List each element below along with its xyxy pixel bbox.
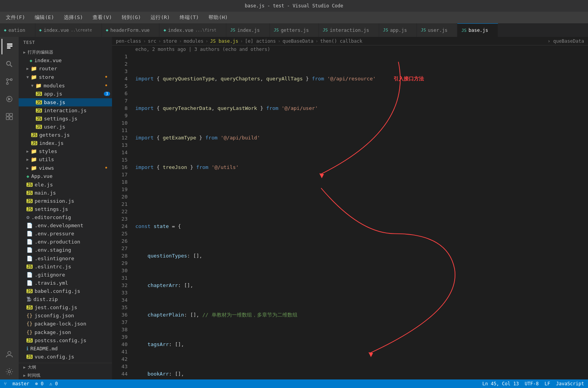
json-icon: {} bbox=[26, 313, 33, 318]
code-line-11: bookArr: [], bbox=[135, 370, 584, 378]
menu-select[interactable]: 选择(S) bbox=[62, 13, 85, 22]
sidebar-item-package-json[interactable]: {} package.json bbox=[19, 328, 112, 336]
tab-index-vue-create[interactable]: ◆ index.vue ..\create × bbox=[35, 23, 102, 37]
tab-header-form[interactable]: ◆ headerForm.vue × bbox=[102, 23, 159, 37]
sidebar-item-env-dev[interactable]: 📄 .env.development bbox=[19, 221, 112, 230]
code-line-5 bbox=[135, 193, 584, 200]
sidebar-item-jest[interactable]: JS jest.config.js bbox=[19, 303, 112, 311]
breadcrumb-pen-class[interactable]: pen-class bbox=[116, 38, 141, 44]
sidebar-item-views[interactable]: ▶ 📁 views • bbox=[19, 164, 112, 172]
breadcrumb-then[interactable]: then() callback bbox=[320, 38, 362, 44]
sidebar-item-env-staging[interactable]: 📄 .env.staging bbox=[19, 246, 112, 254]
sidebar-item-eslintrc[interactable]: JS .eslintrc.js bbox=[19, 263, 112, 271]
sidebar-item-env-pressure[interactable]: 📄 .env.pressure bbox=[19, 230, 112, 238]
activity-settings[interactable] bbox=[2, 364, 17, 379]
folder-icon: 📁 bbox=[31, 165, 37, 171]
sidebar-item-readme[interactable]: ℹ README.md bbox=[19, 345, 112, 353]
menu-terminal[interactable]: 终端(T) bbox=[178, 13, 201, 22]
sidebar-item-permission-js[interactable]: JS permission.js bbox=[19, 197, 112, 205]
sidebar-item-store[interactable]: ▼ 📁 store • bbox=[19, 73, 112, 81]
breadcrumb-src[interactable]: src bbox=[148, 38, 156, 44]
sidebar-section-outline[interactable]: ▶ 大纲 bbox=[19, 363, 112, 371]
tab-getters-js[interactable]: JS getters.js × bbox=[270, 23, 319, 37]
status-bar: ⑂ master ⊗ 0 ⚠ 0 Ln 45, Col 13 UTF-8 LF … bbox=[0, 379, 588, 388]
tab-eation[interactable]: ◆ eation × bbox=[0, 23, 35, 37]
sidebar-item-main-js[interactable]: JS main.js bbox=[19, 189, 112, 197]
sidebar-section-timeline[interactable]: ▶ 时间线 bbox=[19, 371, 112, 379]
tab-interaction-js[interactable]: JS interaction.js × bbox=[319, 23, 379, 37]
sidebar-item-index-vue[interactable]: ◆ index.vue bbox=[19, 56, 112, 64]
menu-help[interactable]: 帮助(H) bbox=[206, 13, 229, 22]
menu-goto[interactable]: 转到(G) bbox=[120, 13, 143, 22]
tab-base-js[interactable]: JS base.js × bbox=[457, 23, 498, 37]
sidebar-item-eslintignore[interactable]: 📄 .eslintignore bbox=[19, 254, 112, 263]
sidebar-item-modules[interactable]: ▼ 📁 modules • bbox=[19, 81, 112, 90]
svg-rect-1 bbox=[7, 45, 12, 47]
sidebar-item-interaction-js[interactable]: JS interaction.js bbox=[19, 106, 112, 115]
json-icon: {} bbox=[26, 329, 33, 335]
activity-debug[interactable] bbox=[2, 91, 17, 107]
sidebar-item-label: settings.js bbox=[35, 206, 68, 212]
tab-app-js[interactable]: JS app.js × bbox=[379, 23, 417, 37]
breadcrumb-store[interactable]: store bbox=[163, 38, 177, 44]
code-container[interactable]: 1 2 3 4 5 6 7 8 9 10 11 12 13 14 15 16 1 bbox=[112, 53, 588, 379]
sidebar-item-settings-js[interactable]: JS settings.js bbox=[19, 115, 112, 123]
menu-view[interactable]: 查看(V) bbox=[91, 13, 114, 22]
breadcrumb-actions[interactable]: [e] actions bbox=[245, 38, 276, 44]
section-label: 打开的编辑器 bbox=[28, 49, 53, 55]
sidebar-item-editorconfig[interactable]: ⚙ .editorconfig bbox=[19, 213, 112, 221]
encoding[interactable]: UTF-8 bbox=[525, 381, 539, 386]
menu-run[interactable]: 运行(R) bbox=[149, 13, 172, 22]
sidebar-item-label: jsconfig.json bbox=[35, 313, 74, 318]
breadcrumb-quebasedata[interactable]: queBaseData bbox=[283, 38, 313, 44]
sidebar-section-open-editors[interactable]: ▶ 打开的编辑器 bbox=[19, 48, 112, 56]
sidebar-item-label: .env.development bbox=[35, 223, 83, 228]
sidebar-item-label: package-lock.json bbox=[35, 321, 86, 327]
code-line-2: import { queryTeacherData, queryLastWork… bbox=[135, 104, 584, 112]
activity-account[interactable] bbox=[2, 346, 17, 362]
activity-source-control[interactable] bbox=[2, 74, 17, 89]
tab-index-js[interactable]: JS index.js × bbox=[226, 23, 270, 37]
arrow-icon: ▶ bbox=[23, 365, 26, 369]
tab-user-js[interactable]: JS user.js × bbox=[417, 23, 457, 37]
sidebar-item-app-vue[interactable]: ◆ App.vue bbox=[19, 172, 112, 180]
sidebar-item-app-js[interactable]: JS app.js 3 bbox=[19, 90, 112, 98]
sidebar-item-vue-config[interactable]: JS vue.config.js bbox=[19, 353, 112, 361]
sidebar-item-router[interactable]: ▶ 📁 router bbox=[19, 64, 112, 73]
menu-edit[interactable]: 编辑(E) bbox=[33, 13, 56, 22]
sidebar-item-jsconfig[interactable]: {} jsconfig.json bbox=[19, 311, 112, 320]
sidebar-item-dist-zip[interactable]: 🗜 dist.zip bbox=[19, 295, 112, 303]
sidebar-item-user-js[interactable]: JS user.js bbox=[19, 123, 112, 131]
activity-search[interactable] bbox=[2, 56, 17, 72]
vue-icon: ◆ bbox=[106, 28, 108, 33]
sidebar-item-babel[interactable]: JS babel.config.js bbox=[19, 287, 112, 295]
sidebar-item-label: .eslintrc.js bbox=[35, 264, 71, 270]
sidebar-item-postcss[interactable]: JS postcss.config.js bbox=[19, 336, 112, 345]
sidebar-item-ele-js[interactable]: JS ele.js bbox=[19, 181, 112, 189]
sidebar-item-styles[interactable]: ▶ 📁 styles bbox=[19, 147, 112, 155]
sidebar-item-index-js[interactable]: JS index.js bbox=[19, 139, 112, 147]
breadcrumb-modules[interactable]: modules bbox=[184, 38, 204, 44]
folder-icon: 📁 bbox=[31, 157, 37, 162]
sidebar-header: TEST bbox=[19, 37, 112, 48]
language-mode[interactable]: JavaScript bbox=[556, 381, 584, 386]
tab-index-vue-first[interactable]: ◆ index.vue ...\first × bbox=[159, 23, 226, 37]
sidebar-item-settings-root[interactable]: JS settings.js bbox=[19, 205, 112, 213]
activity-extensions[interactable] bbox=[2, 109, 17, 124]
menu-file[interactable]: 文件(F) bbox=[4, 13, 27, 22]
sidebar-item-package-lock[interactable]: {} package-lock.json bbox=[19, 320, 112, 328]
sidebar-item-utils[interactable]: ▶ 📁 utils bbox=[19, 155, 112, 164]
breadcrumb-basejs[interactable]: JS base.js bbox=[210, 38, 238, 44]
cursor-position[interactable]: Ln 45, Col 13 bbox=[482, 381, 519, 386]
sidebar-item-travis[interactable]: 📄 .travis.yml bbox=[19, 279, 112, 287]
sidebar-item-label: main.js bbox=[35, 190, 56, 196]
sidebar-item-getters-js[interactable]: JS getters.js bbox=[19, 131, 112, 139]
code-content[interactable]: import { queryQuestionType, queryChapter… bbox=[131, 53, 588, 379]
sidebar-item-env-prod[interactable]: 📄 .env.production bbox=[19, 238, 112, 246]
sidebar-item-label: .env.production bbox=[35, 239, 80, 245]
line-ending[interactable]: LF bbox=[544, 381, 550, 386]
activity-explorer[interactable] bbox=[2, 39, 17, 54]
sidebar-item-base-js[interactable]: JS base.js bbox=[19, 98, 112, 106]
sidebar-item-gitignore[interactable]: 📄 .gitignore bbox=[19, 271, 112, 279]
other-icon: 📄 bbox=[26, 247, 33, 253]
